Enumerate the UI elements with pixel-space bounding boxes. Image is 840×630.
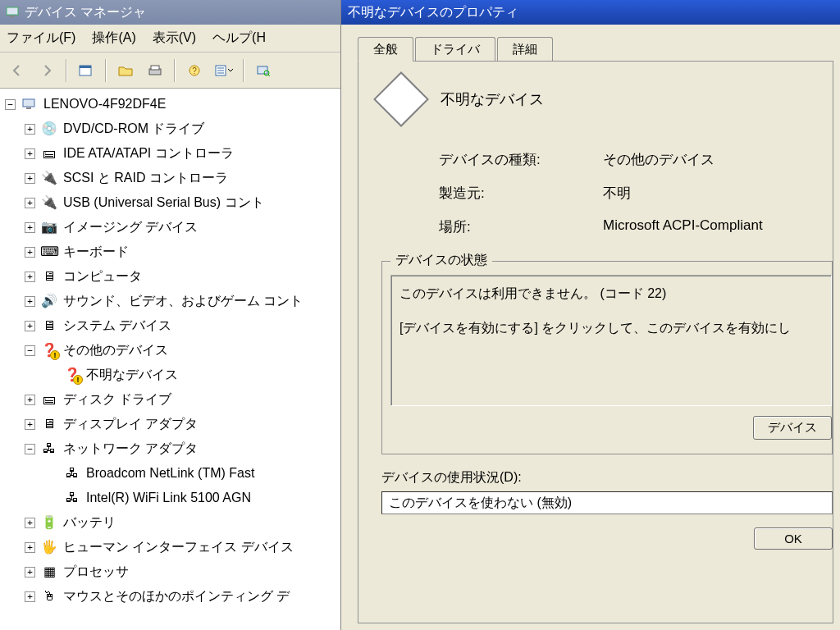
ok-button[interactable]: OK <box>754 527 833 550</box>
collapse-icon[interactable]: − <box>25 345 35 356</box>
tab-driver[interactable]: ドライバ <box>415 37 495 61</box>
tree-item-label: ネットワーク アダプタ <box>63 436 198 461</box>
tree-item-label: コンピュータ <box>63 264 142 289</box>
tree-item[interactable]: +🔌SCSI と RAID コントローラ <box>2 166 339 190</box>
tab-general[interactable]: 全般 <box>358 37 413 62</box>
tree-item[interactable]: +🖐ヒューマン インターフェイス デバイス <box>2 535 339 559</box>
expand-icon <box>48 370 58 381</box>
tab-details[interactable]: 詳細 <box>497 37 553 61</box>
folder-button[interactable] <box>113 58 138 83</box>
device-category-icon: 🖧 <box>63 465 81 482</box>
svg-rect-9 <box>258 66 267 74</box>
device-tree[interactable]: − LENOVO-4F92DF4E +💿DVD/CD-ROM ドライブ+🖴IDE… <box>0 89 340 630</box>
device-category-icon: 🖥 <box>40 416 58 432</box>
separator-icon <box>66 59 67 82</box>
device-category-icon: 📷 <box>40 219 58 235</box>
properties-button[interactable] <box>74 58 98 83</box>
tree-item[interactable]: −❓その他のデバイス <box>2 338 339 363</box>
menu-action[interactable]: 操作(A) <box>92 30 135 47</box>
tree-child-item[interactable]: 🖧Broadcom NetLink (TM) Fast <box>2 461 339 486</box>
tree-item-label: ディスプレイ アダプタ <box>63 412 198 436</box>
properties-dialog: 不明なデバイスのプロパティ 全般 ドライバ 詳細 不明なデバイス デバイスの種類… <box>341 0 840 630</box>
value-manufacturer: 不明 <box>603 184 833 203</box>
collapse-icon[interactable]: − <box>5 99 16 110</box>
label-manufacturer: 製造元: <box>439 184 603 203</box>
expand-icon[interactable]: + <box>25 173 35 184</box>
tree-item[interactable]: +🔌USB (Universal Serial Bus) コント <box>2 190 339 215</box>
scan-button[interactable] <box>251 58 276 83</box>
device-category-icon: ⌨ <box>40 244 58 260</box>
expand-icon[interactable]: + <box>25 591 35 602</box>
tree-item-label: イメージング デバイス <box>63 215 198 240</box>
expand-icon[interactable]: + <box>25 148 35 159</box>
tree-root[interactable]: − LENOVO-4F92DF4E <box>2 92 339 116</box>
usage-combobox[interactable]: このデバイスを使わない (無効) <box>381 491 833 514</box>
expand-icon[interactable]: + <box>25 321 35 331</box>
separator-icon <box>105 59 107 82</box>
expand-icon[interactable]: + <box>25 296 35 307</box>
tree-item[interactable]: +🖥コンピュータ <box>2 264 339 289</box>
menu-help[interactable]: ヘルプ(H <box>212 30 266 47</box>
expand-icon[interactable]: + <box>25 198 35 208</box>
tree-item-label: サウンド、ビデオ、およびゲーム コント <box>63 289 303 313</box>
device-category-icon: 🖴 <box>40 145 58 162</box>
expand-icon[interactable]: + <box>25 395 35 405</box>
device-status-text: このデバイスは利用できません。 (コード 22) [デバイスを有効にする] をク… <box>390 275 832 406</box>
back-button[interactable] <box>5 58 30 83</box>
tree-root-label: LENOVO-4F92DF4E <box>43 92 166 116</box>
tree-item[interactable]: +🖴IDE ATA/ATAPI コントローラ <box>2 141 339 166</box>
collapse-icon[interactable]: − <box>25 444 35 454</box>
print-button[interactable] <box>143 58 167 83</box>
computer-icon <box>5 5 20 20</box>
tree-child-item[interactable]: ❓不明なデバイス <box>2 363 339 387</box>
tree-child-item[interactable]: 🖧Intel(R) WiFi Link 5100 AGN <box>2 486 339 510</box>
tree-item[interactable]: +▦プロセッサ <box>2 559 339 584</box>
tree-item[interactable]: +🖴ディスク ドライブ <box>2 387 339 412</box>
tab-strip: 全般 ドライバ 詳細 <box>358 36 833 61</box>
expand-icon[interactable]: + <box>25 272 35 282</box>
tree-item-label: Broadcom NetLink (TM) Fast <box>86 461 254 486</box>
tree-item[interactable]: +📷イメージング デバイス <box>2 215 339 240</box>
expand-icon <box>48 493 58 504</box>
expand-icon[interactable]: + <box>25 518 35 528</box>
tree-item-label: 不明なデバイス <box>86 363 178 387</box>
enable-device-button[interactable]: デバイス <box>753 416 832 440</box>
tree-item[interactable]: +🔋バッテリ <box>2 510 339 535</box>
list-dropdown-button[interactable] <box>212 58 236 83</box>
tree-item-label: マウスとそのほかのポインティング デ <box>63 584 290 609</box>
expand-icon[interactable]: + <box>25 222 35 233</box>
device-category-icon: 🖱 <box>40 588 58 605</box>
expand-icon[interactable]: + <box>25 419 35 430</box>
tree-item[interactable]: +💿DVD/CD-ROM ドライブ <box>2 116 339 141</box>
status-line-2: [デバイスを有効にする] をクリックして、このデバイスを有効にし <box>399 317 823 340</box>
expand-icon[interactable]: + <box>25 567 35 578</box>
tree-item-label: SCSI と RAID コントローラ <box>63 166 228 190</box>
svg-rect-12 <box>23 99 34 107</box>
tree-item[interactable]: +🔊サウンド、ビデオ、およびゲーム コント <box>2 289 339 313</box>
tree-item[interactable]: +🖥システム デバイス <box>2 313 339 338</box>
menu-file[interactable]: ファイル(F) <box>7 30 75 47</box>
unknown-device-icon <box>373 71 429 127</box>
tree-item[interactable]: −🖧ネットワーク アダプタ <box>2 436 339 461</box>
value-device-type: その他のデバイス <box>603 150 833 169</box>
tree-item-label: IDE ATA/ATAPI コントローラ <box>63 141 234 166</box>
svg-rect-3 <box>80 66 91 68</box>
expand-icon[interactable]: + <box>25 247 35 258</box>
device-category-icon: 🖥 <box>40 317 58 334</box>
usage-value: このデバイスを使わない (無効) <box>389 495 572 512</box>
forward-button[interactable] <box>34 58 59 83</box>
expand-icon[interactable]: + <box>25 542 35 553</box>
device-status-group: デバイスの状態 このデバイスは利用できません。 (コード 22) [デバイスを有… <box>381 261 833 454</box>
dm-title: デバイス マネージャ <box>25 4 146 21</box>
tree-item[interactable]: +⌨キーボード <box>2 240 339 264</box>
tree-item[interactable]: +🖥ディスプレイ アダプタ <box>2 412 339 436</box>
expand-icon[interactable]: + <box>25 124 35 135</box>
device-category-icon: 🔊 <box>40 293 58 309</box>
menu-view[interactable]: 表示(V) <box>153 30 196 47</box>
help-button[interactable]: ? <box>182 58 207 83</box>
svg-line-11 <box>268 75 270 76</box>
tab-page-general: 不明なデバイス デバイスの種類: その他のデバイス 製造元: 不明 場所: Mi… <box>358 61 833 623</box>
separator-icon <box>243 59 244 82</box>
dm-titlebar: デバイス マネージャ <box>0 0 340 25</box>
tree-item[interactable]: +🖱マウスとそのほかのポインティング デ <box>2 584 339 609</box>
